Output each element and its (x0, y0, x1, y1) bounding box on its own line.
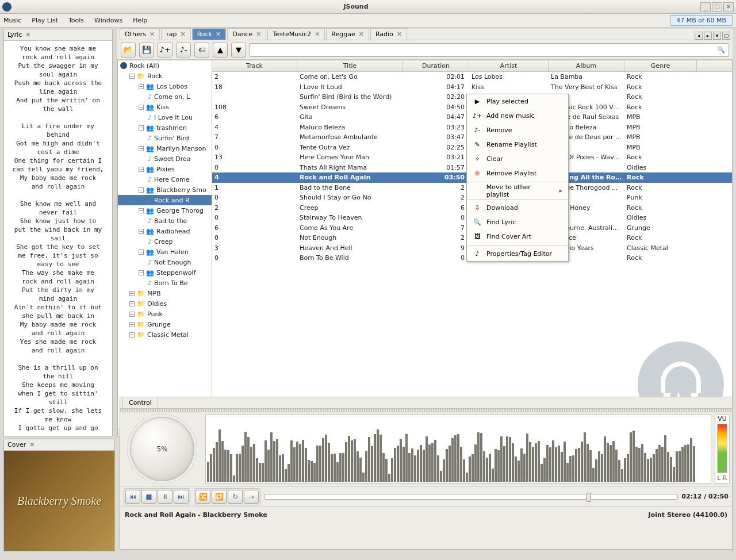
context-menu-item[interactable]: ⇩Download (467, 201, 568, 215)
tab-close-icon[interactable]: ✕ (150, 30, 155, 38)
close-button[interactable]: ✕ (723, 2, 734, 11)
tracklist-header[interactable]: TrackTitleDurationArtistAlbumGenre (212, 60, 732, 72)
context-menu-item[interactable]: ♪-Remove (467, 123, 568, 137)
cover-close-icon[interactable]: ✕ (29, 441, 34, 448)
tab-scroll-right[interactable]: ▸ (704, 32, 712, 40)
context-menu-item[interactable]: 🔍Find Lyric (467, 215, 568, 229)
tree-row[interactable]: −👥 Blackberry Smo (118, 185, 212, 195)
menu-windows[interactable]: Windows (94, 17, 122, 24)
tree-row[interactable]: ♪ Not Enough (118, 257, 212, 267)
cover-tab-label[interactable]: Cover (7, 441, 26, 448)
menu-playlist[interactable]: Play List (32, 17, 58, 24)
playlist-tab[interactable]: rap✕ (161, 28, 190, 40)
context-menu-item[interactable]: 🖼Find Cover Art (467, 229, 568, 244)
column-header[interactable]: Duration (403, 60, 469, 71)
search-icon[interactable]: 🔍 (717, 46, 725, 53)
tree-row[interactable]: Rock (All) (118, 60, 212, 71)
tree-row[interactable]: ♪ Born To Be (118, 278, 212, 288)
tab-scroll-left[interactable]: ◂ (695, 32, 703, 40)
lyric-tab-label[interactable]: Lyric (7, 31, 22, 39)
control-tab-label[interactable]: Control (122, 397, 158, 408)
tree-panel[interactable]: Rock (All)−📁 Rock−👥 Los Lobos♪ Come on, … (118, 60, 212, 436)
column-header[interactable]: Genre (624, 60, 697, 71)
context-menu-item[interactable]: ✎Rename Playlist (467, 137, 568, 152)
lyric-close-icon[interactable]: ✕ (25, 31, 30, 39)
tab-close-icon[interactable]: ✕ (359, 30, 364, 38)
reload-button[interactable]: ↻ (228, 490, 243, 504)
menu-music[interactable]: Music (3, 17, 21, 24)
tree-row[interactable]: ♪ Bad to the (118, 216, 212, 226)
tree-row[interactable]: +📁 MPB (118, 288, 212, 298)
tree-row[interactable]: ♪ Sweet Drea (118, 154, 212, 164)
context-menu-item[interactable]: ♪Properties/Tag Editor (467, 247, 568, 261)
tree-row[interactable]: ♪ I Love It Lou (118, 112, 212, 122)
stop-button[interactable]: ■ (141, 490, 156, 504)
column-header[interactable]: Track (212, 60, 297, 71)
playlist-tab[interactable]: Reggae✕ (326, 28, 369, 40)
tree-row[interactable]: −👥 Steppenwolf (118, 267, 212, 278)
context-menu[interactable]: ▶Play selected♪+Add new music♪-Remove✎Re… (466, 94, 569, 262)
save-button[interactable]: 💾 (139, 43, 154, 57)
move-up-button[interactable]: ▲ (213, 43, 228, 57)
tree-row[interactable]: +📁 Punk (118, 309, 212, 319)
playlist-tab[interactable]: TesteMusic2✕ (267, 28, 325, 40)
column-header[interactable]: Title (297, 60, 403, 71)
tree-row[interactable]: ♪ Come on, L (118, 91, 212, 102)
minimize-button[interactable]: _ (700, 2, 711, 11)
tree-row[interactable]: +📁 Oldies (118, 298, 212, 309)
tree-row[interactable]: −👥 George Thorog (118, 205, 212, 216)
search-input[interactable] (254, 46, 717, 53)
context-menu-item[interactable]: ✧Clear (467, 152, 568, 166)
shuffle-button[interactable]: 🔀 (195, 490, 210, 504)
tree-row[interactable]: +📁 Classic Metal (118, 329, 212, 340)
tree-row[interactable]: −👥 trashmen (118, 122, 212, 133)
playlist-tab[interactable]: Radio✕ (370, 28, 407, 40)
prev-button[interactable]: ⏮ (125, 490, 140, 504)
tree-row[interactable]: ♪ Creep (118, 236, 212, 247)
add-music-button[interactable]: ♪+ (158, 43, 172, 57)
context-menu-item[interactable]: ▶Play selected (467, 94, 568, 109)
pause-button[interactable]: ⏸ (158, 490, 172, 504)
tree-row[interactable]: ♪ Surfin' Bird (118, 133, 212, 143)
tab-menu-button[interactable]: ▾ (713, 32, 721, 40)
tab-close-icon[interactable]: ✕ (216, 30, 221, 38)
search-box[interactable]: 🔍 (250, 43, 729, 57)
tree-row[interactable]: −👥 Pixies (118, 164, 212, 174)
tree-row[interactable]: −📁 Rock (118, 71, 212, 81)
tab-close-icon[interactable]: ✕ (315, 30, 320, 38)
menu-help[interactable]: Help (133, 17, 147, 24)
progress-slider[interactable] (264, 494, 678, 500)
context-menu-item[interactable]: ♪+Add new music (467, 109, 568, 123)
tab-close-icon[interactable]: ✕ (180, 30, 185, 38)
tree-row[interactable]: −👥 Los Lobos (118, 81, 212, 91)
repeat-button[interactable]: 🔁 (212, 490, 227, 504)
playlist-tab[interactable]: Others✕ (120, 28, 160, 40)
forward-button[interactable]: → (244, 490, 259, 504)
maximize-button[interactable]: ▢ (712, 2, 722, 11)
tab-close-icon[interactable]: ✕ (397, 30, 402, 38)
volume-knob[interactable]: 5% (130, 417, 194, 481)
move-down-button[interactable]: ▼ (231, 43, 246, 57)
tree-row[interactable]: −👥 Radiohead (118, 226, 212, 236)
context-menu-item[interactable]: Move to other playlist▸ (467, 183, 568, 198)
tag-button[interactable]: 🏷 (194, 43, 209, 57)
playlist-tab[interactable]: Dance✕ (227, 28, 266, 40)
tree-row[interactable]: +📁 Grunge (118, 319, 212, 329)
tree-row[interactable]: −👥 Kiss (118, 102, 212, 112)
tab-maximize-button[interactable]: ▢ (722, 32, 730, 40)
tree-row[interactable]: ♪ Here Come (118, 174, 212, 185)
track-row[interactable]: 2Come on, Let's Go02:01Los LobosLa Bamba… (212, 72, 732, 82)
context-menu-item[interactable]: ⊗Remove Playlist (467, 166, 568, 181)
playlist-tab[interactable]: Rock✕ (192, 28, 227, 40)
tree-row[interactable]: −👥 Marilyn Manson (118, 143, 212, 154)
column-header[interactable]: Album (549, 60, 624, 71)
tab-close-icon[interactable]: ✕ (256, 30, 261, 38)
track-row[interactable]: 18I Love It Loud04:17KissThe Very Best o… (212, 82, 732, 93)
tree-row[interactable]: −👥 Van Halen (118, 247, 212, 257)
next-button[interactable]: ⏭ (174, 490, 189, 504)
remove-music-button[interactable]: ♪- (176, 43, 191, 57)
menu-tools[interactable]: Tools (68, 17, 84, 24)
column-header[interactable]: Artist (469, 60, 549, 71)
open-button[interactable]: 📂 (121, 43, 136, 57)
tree-row[interactable]: ♪ Rock and R (118, 195, 212, 205)
